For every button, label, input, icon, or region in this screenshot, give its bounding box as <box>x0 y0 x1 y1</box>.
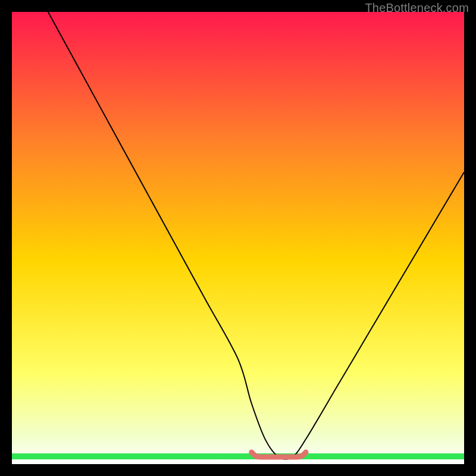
bottleneck-curve-svg <box>12 12 464 464</box>
bottleneck-curve <box>48 12 464 459</box>
watermark-text: TheBottleneck.com <box>365 1 469 15</box>
plot-area <box>12 12 464 464</box>
chart-frame: TheBottleneck.com <box>0 0 476 476</box>
bottom-highlight <box>252 452 306 457</box>
